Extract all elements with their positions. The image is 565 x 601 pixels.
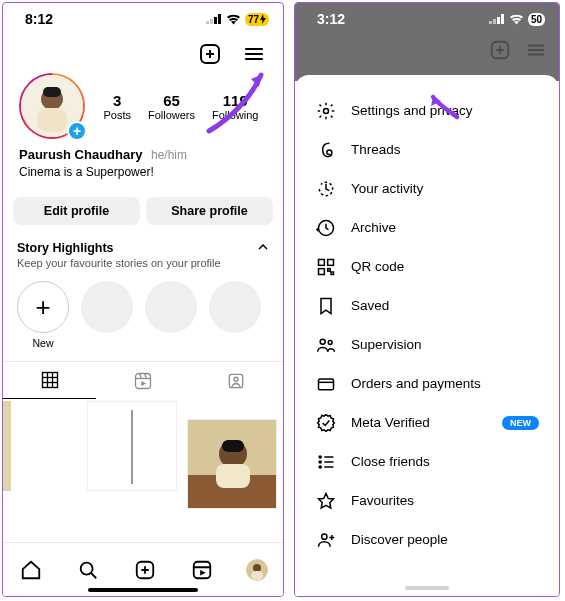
profile-nav-tab[interactable] xyxy=(246,559,268,581)
menu-discover-people[interactable]: Discover people xyxy=(295,520,559,559)
svg-rect-32 xyxy=(222,440,244,452)
profile-action-row: Edit profile Share profile xyxy=(3,179,283,235)
svg-marker-40 xyxy=(200,570,206,576)
post-thumbnail[interactable] xyxy=(3,401,11,491)
following-stat[interactable]: 119 Following xyxy=(212,92,258,121)
menu-label: Discover people xyxy=(351,532,448,547)
settings-screen: 3:12 50 Settings and privacy Threads xyxy=(294,2,560,597)
grid-tab[interactable] xyxy=(3,362,96,399)
wifi-icon xyxy=(509,14,524,25)
clock-time: 8:12 xyxy=(25,11,53,27)
create-post-button[interactable] xyxy=(197,41,223,67)
menu-orders[interactable]: Orders and payments xyxy=(295,364,559,403)
highlights-header[interactable]: Story Highlights xyxy=(3,235,283,257)
gear-icon xyxy=(315,101,337,121)
dimmed-header-actions xyxy=(489,39,547,61)
menu-label: Meta Verified xyxy=(351,415,430,430)
sheet-grabber[interactable] xyxy=(405,586,449,590)
svg-point-66 xyxy=(319,455,321,457)
profile-identity: Paurush Chaudhary he/him Cinema is a Sup… xyxy=(3,145,283,179)
svg-rect-48 xyxy=(501,14,504,24)
edit-profile-button[interactable]: Edit profile xyxy=(13,197,140,225)
charging-icon xyxy=(260,14,266,24)
menu-qr-code[interactable]: QR code xyxy=(295,247,559,286)
svg-rect-60 xyxy=(328,268,331,271)
menu-close-friends[interactable]: Close friends xyxy=(295,442,559,481)
menu-settings-privacy[interactable]: Settings and privacy xyxy=(295,91,559,130)
bottom-nav xyxy=(3,542,283,596)
profile-summary: + 3 Posts 65 Followers 119 Following xyxy=(3,71,283,145)
menu-meta-verified[interactable]: Meta Verified NEW xyxy=(295,403,559,442)
highlight-placeholder xyxy=(81,281,133,333)
profile-header-actions xyxy=(3,31,283,71)
post-thumbnail[interactable] xyxy=(87,401,177,491)
reels-nav-tab[interactable] xyxy=(189,557,215,583)
following-count: 119 xyxy=(212,92,258,109)
list-icon xyxy=(315,452,337,472)
svg-point-42 xyxy=(253,564,261,572)
posts-stat[interactable]: 3 Posts xyxy=(103,92,131,121)
menu-label: Orders and payments xyxy=(351,376,481,391)
new-badge: NEW xyxy=(502,416,539,430)
search-tab[interactable] xyxy=(75,557,101,583)
menu-archive[interactable]: Archive xyxy=(295,208,559,247)
svg-rect-57 xyxy=(319,259,325,265)
profile-avatar[interactable]: + xyxy=(19,73,85,139)
cell-signal-icon xyxy=(489,14,505,24)
highlight-placeholder xyxy=(145,281,197,333)
svg-rect-61 xyxy=(331,272,334,275)
svg-rect-31 xyxy=(216,464,250,488)
menu-supervision[interactable]: Supervision xyxy=(295,325,559,364)
menu-label: Your activity xyxy=(351,181,423,196)
menu-saved[interactable]: Saved xyxy=(295,286,559,325)
svg-rect-2 xyxy=(214,17,217,24)
svg-rect-45 xyxy=(489,21,492,24)
svg-rect-58 xyxy=(328,259,334,265)
display-name: Paurush Chaudhary xyxy=(19,147,143,162)
followers-label: Followers xyxy=(148,109,195,121)
create-tab[interactable] xyxy=(132,557,158,583)
add-story-badge[interactable]: + xyxy=(67,121,87,141)
discover-people-icon xyxy=(315,530,337,550)
menu-label: Supervision xyxy=(351,337,422,352)
posts-grid[interactable] xyxy=(3,399,283,519)
highlights-row: + New xyxy=(3,275,283,353)
status-icons: 77 xyxy=(206,13,269,26)
hamburger-menu-button[interactable] xyxy=(241,41,267,67)
settings-menu-list: Settings and privacy Threads Your activi… xyxy=(295,75,559,565)
home-tab[interactable] xyxy=(18,557,44,583)
svg-rect-46 xyxy=(493,19,496,24)
tagged-tab[interactable] xyxy=(190,362,283,399)
followers-stat[interactable]: 65 Followers xyxy=(148,92,195,121)
posts-count: 3 xyxy=(103,92,131,109)
svg-point-55 xyxy=(324,108,329,113)
highlights-title: Story Highlights xyxy=(17,241,114,255)
menu-favourites[interactable]: Favourites xyxy=(295,481,559,520)
svg-line-34 xyxy=(91,573,96,578)
battery-indicator: 77 xyxy=(245,13,269,26)
battery-text: 77 xyxy=(248,14,259,25)
status-icons: 50 xyxy=(489,13,545,26)
svg-rect-38 xyxy=(194,561,211,578)
profile-stats: 3 Posts 65 Followers 119 Following xyxy=(95,92,267,121)
menu-label: Close friends xyxy=(351,454,430,469)
wifi-icon xyxy=(226,14,241,25)
menu-label: Saved xyxy=(351,298,389,313)
svg-rect-19 xyxy=(135,373,150,388)
add-highlight-label: New xyxy=(32,337,53,349)
menu-threads[interactable]: Threads xyxy=(295,130,559,169)
reels-tab[interactable] xyxy=(96,362,189,399)
svg-rect-12 xyxy=(37,108,67,132)
hamburger-icon xyxy=(525,39,547,61)
post-thumbnail[interactable] xyxy=(187,419,277,509)
svg-point-25 xyxy=(234,377,238,381)
svg-rect-0 xyxy=(206,21,209,24)
add-highlight-button[interactable]: + New xyxy=(17,281,69,349)
svg-rect-59 xyxy=(319,268,325,274)
menu-label: Settings and privacy xyxy=(351,103,473,118)
svg-point-67 xyxy=(319,460,321,462)
share-profile-button[interactable]: Share profile xyxy=(146,197,273,225)
svg-line-22 xyxy=(145,373,147,378)
menu-activity[interactable]: Your activity xyxy=(295,169,559,208)
pronouns-text: he/him xyxy=(151,148,187,162)
